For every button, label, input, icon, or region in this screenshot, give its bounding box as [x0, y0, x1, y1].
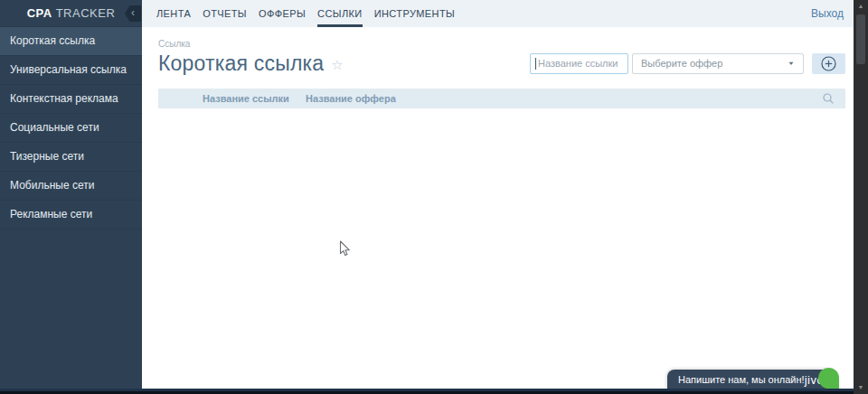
offer-select-value: Выберите оффер: [641, 58, 722, 69]
sidebar-item-teaser-networks[interactable]: Тизерные сети: [0, 143, 142, 172]
sidebar-item-universal-link[interactable]: Универсальная ссылка: [0, 56, 142, 85]
page-scrollbar[interactable]: ▲ ▼: [854, 0, 868, 394]
brand-light: TRACKER: [56, 6, 116, 20]
mouse-cursor-icon: [339, 240, 351, 261]
tab-instrumenty[interactable]: ИНСТРУМЕНТЫ: [374, 0, 456, 27]
chat-widget[interactable]: Напишите нам, мы онлайн! jivo: [667, 370, 836, 389]
top-navigation: ЛЕНТА ОТЧЕТЫ ОФФЕРЫ ССЫЛКИ ИНСТРУМЕНТЫ В…: [142, 0, 854, 27]
scroll-down-icon[interactable]: ▼: [858, 381, 864, 394]
scroll-up-icon[interactable]: ▲: [858, 0, 864, 13]
scrollbar-thumb[interactable]: [856, 14, 865, 64]
favorite-star-icon[interactable]: ☆: [331, 57, 343, 73]
plus-circle-icon: [821, 56, 836, 71]
tab-offery[interactable]: ОФФЕРЫ: [259, 0, 306, 27]
text-caret: [535, 58, 536, 70]
table-header: Название ссылки Название оффера: [158, 89, 845, 108]
page-content: Ссылка Короткая ссылка ☆ Выберите оффер …: [142, 39, 854, 108]
tab-otchety[interactable]: ОТЧЕТЫ: [203, 0, 247, 27]
page-title: Короткая ссылка: [158, 52, 324, 76]
brand-bold: CPA: [27, 6, 52, 20]
add-link-button[interactable]: [812, 53, 845, 74]
jivo-leaf-icon: [818, 368, 839, 389]
search-icon[interactable]: [822, 92, 835, 105]
column-header-link-name[interactable]: Название ссылки: [203, 93, 306, 104]
app-logo: CPA TRACKER ‹: [0, 0, 142, 27]
tab-lenta[interactable]: ЛЕНТА: [156, 0, 191, 27]
sidebar-collapse-button[interactable]: ‹: [125, 5, 141, 22]
toolbar: Выберите оффер ▼: [530, 53, 845, 74]
breadcrumb: Ссылка: [158, 39, 845, 49]
sidebar-item-context-ads[interactable]: Контекстная реклама: [0, 85, 142, 114]
sidebar-item-mobile-networks[interactable]: Мобильные сети: [0, 172, 142, 201]
link-name-input[interactable]: [530, 53, 628, 74]
offer-select[interactable]: Выберите оффер ▼: [632, 53, 804, 74]
logout-link[interactable]: Выход: [811, 7, 844, 20]
window-bottom-edge: [0, 389, 868, 394]
sidebar-item-social-networks[interactable]: Социальные сети: [0, 114, 142, 143]
main-area: ЛЕНТА ОТЧЕТЫ ОФФЕРЫ ССЫЛКИ ИНСТРУМЕНТЫ В…: [142, 0, 854, 389]
sidebar: CPA TRACKER ‹ Короткая ссылка Универсаль…: [0, 0, 142, 389]
chevron-down-icon: ▼: [788, 61, 795, 66]
sidebar-item-ad-networks[interactable]: Рекламные сети: [0, 201, 142, 230]
chevron-left-icon: ‹: [131, 6, 135, 19]
tab-ssylki[interactable]: ССЫЛКИ: [317, 0, 363, 27]
chat-message: Напишите нам, мы онлайн!: [678, 374, 805, 385]
sidebar-item-short-link[interactable]: Короткая ссылка: [0, 27, 142, 56]
column-header-offer-name[interactable]: Название оффера: [306, 93, 396, 104]
